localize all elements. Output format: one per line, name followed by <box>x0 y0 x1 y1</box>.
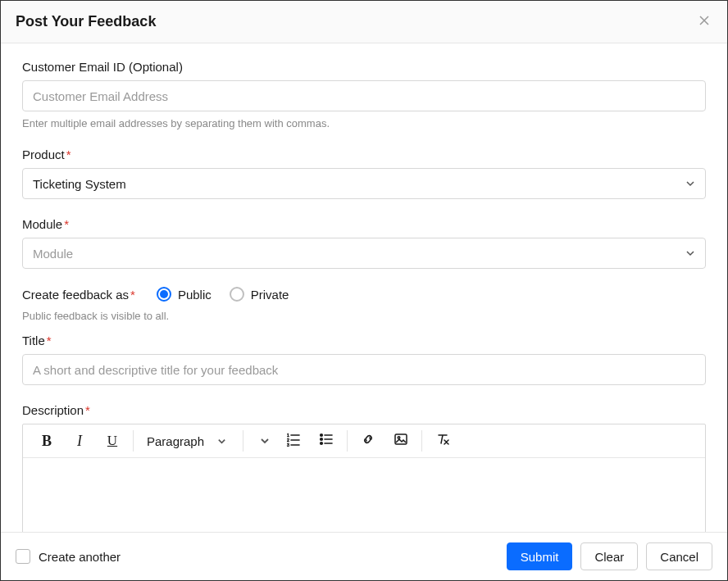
module-placeholder: Module <box>33 247 73 261</box>
submit-button[interactable]: Submit <box>507 542 573 570</box>
unordered-list-icon <box>319 432 334 450</box>
email-label: Customer Email ID (Optional) <box>22 60 706 74</box>
modal-title: Post Your Feedback <box>16 13 156 30</box>
chevron-down-icon <box>685 248 695 258</box>
editor-toolbar: B I U Paragraph <box>23 424 705 458</box>
insert-image-button[interactable] <box>392 429 410 452</box>
title-label: Title* <box>22 334 706 347</box>
visibility-hint: Public feedback is visible to all. <box>22 310 706 322</box>
required-asterisk: * <box>85 403 90 417</box>
close-icon <box>698 14 711 30</box>
radio-icon-checked <box>157 287 171 302</box>
ordered-list-button[interactable]: 1 2 3 <box>284 429 303 452</box>
email-input[interactable] <box>22 80 706 111</box>
product-label: Product* <box>22 148 706 161</box>
svg-point-17 <box>398 437 400 439</box>
required-asterisk: * <box>64 217 69 231</box>
underline-button[interactable]: U <box>103 429 121 452</box>
required-asterisk: * <box>66 148 71 161</box>
description-label: Description* <box>22 403 706 417</box>
visibility-radio-public[interactable]: Public <box>157 287 212 302</box>
insert-link-button[interactable] <box>359 429 377 452</box>
link-icon <box>361 432 375 450</box>
visibility-label: Create feedback as* <box>22 288 135 302</box>
required-asterisk: * <box>130 288 135 302</box>
svg-point-12 <box>321 443 323 445</box>
ordered-list-icon: 1 2 3 <box>286 432 301 450</box>
create-another-checkbox[interactable] <box>16 549 30 564</box>
module-field-group: Module* Module <box>22 217 706 269</box>
close-button[interactable] <box>694 11 714 33</box>
description-textarea[interactable] <box>23 458 705 532</box>
svg-rect-16 <box>395 434 407 444</box>
email-field-group: Customer Email ID (Optional) Enter multi… <box>22 60 706 129</box>
rich-text-editor: B I U Paragraph <box>22 424 706 532</box>
title-input[interactable] <box>22 354 706 385</box>
create-another-label[interactable]: Create another <box>39 550 121 564</box>
italic-button[interactable]: I <box>71 429 89 452</box>
product-selected-value: Ticketing System <box>33 177 126 191</box>
radio-icon-unchecked <box>230 287 244 302</box>
product-field-group: Product* Ticketing System <box>22 148 706 199</box>
image-icon <box>394 432 408 450</box>
cancel-button[interactable]: Cancel <box>646 542 712 570</box>
svg-point-11 <box>321 438 323 441</box>
visibility-field-group: Create feedback as* Public Private Publi… <box>22 287 706 322</box>
clear-formatting-button[interactable] <box>434 429 452 452</box>
chevron-down-icon <box>685 179 695 188</box>
description-field-group: Description* B I U Paragraph <box>22 403 706 532</box>
clear-formatting-icon <box>435 432 450 450</box>
modal-body: Customer Email ID (Optional) Enter multi… <box>1 43 727 532</box>
visibility-radio-private[interactable]: Private <box>230 287 289 302</box>
paragraph-style-dropdown[interactable]: Paragraph <box>145 434 231 448</box>
svg-text:3: 3 <box>287 443 289 447</box>
title-field-group: Title* <box>22 334 706 385</box>
email-hint: Enter multiple email addresses by separa… <box>22 117 706 129</box>
clear-button[interactable]: Clear <box>580 542 638 570</box>
unordered-list-button[interactable] <box>317 429 335 452</box>
align-dropdown[interactable] <box>255 433 270 448</box>
bold-button[interactable]: B <box>38 429 56 452</box>
module-select[interactable]: Module <box>22 238 706 269</box>
modal-footer: Create another Submit Clear Cancel <box>1 532 727 580</box>
feedback-modal: Post Your Feedback Customer Email ID (Op… <box>0 0 728 581</box>
module-label: Module* <box>22 217 706 231</box>
svg-point-10 <box>321 434 323 437</box>
modal-header: Post Your Feedback <box>1 1 727 43</box>
chevron-down-icon <box>260 436 270 446</box>
product-select[interactable]: Ticketing System <box>22 168 706 199</box>
required-asterisk: * <box>47 334 52 347</box>
chevron-down-icon <box>217 437 226 446</box>
